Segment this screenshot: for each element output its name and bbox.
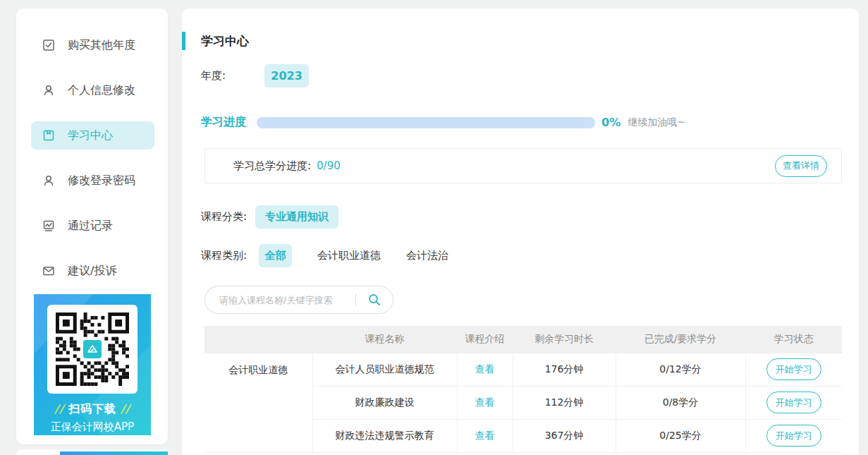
progress-bar xyxy=(257,117,595,128)
course-type-row: 课程类别: 全部 会计职业道德 会计法治 xyxy=(201,244,448,267)
progress-percent: 0% xyxy=(601,116,621,129)
progress-row: 学习进度 0% 继续加油哦~ 添加绑定 xyxy=(201,109,840,135)
start-learning-button[interactable]: 开始学习 xyxy=(766,358,821,380)
type-label: 课程类别: xyxy=(201,249,247,262)
sidebar-item-label: 购买其他年度 xyxy=(68,38,135,53)
header-category xyxy=(204,326,312,353)
header-credits: 已完成/要求学分 xyxy=(616,326,745,353)
partial-banner xyxy=(60,451,168,455)
credits-cell: 0/12学分 xyxy=(616,353,745,386)
header-course-name: 课程名称 xyxy=(312,326,457,353)
checkbox-icon xyxy=(42,39,55,51)
course-table: 课程名称 课程介绍 剩余学习时长 已完成/要求学分 学习状态 会计职业道德 会计… xyxy=(204,326,842,453)
sidebar-item-label: 通过记录 xyxy=(68,219,113,233)
course-name-cell: 财政廉政建设 xyxy=(312,386,457,419)
credits-cell: 0/25学分 xyxy=(616,419,745,452)
slash-decoration: // xyxy=(54,402,64,415)
qr-code xyxy=(47,305,137,394)
progress-hint: 继续加油哦~ xyxy=(628,116,685,129)
search-icon xyxy=(367,293,381,307)
user-icon xyxy=(42,174,55,187)
progress-label: 学习进度 xyxy=(201,115,246,130)
course-search-box xyxy=(204,286,393,314)
sidebar-item-suggestions[interactable]: 建议/投诉 xyxy=(31,257,154,285)
total-credit-progress-box: 学习总学分进度: 0/90 查看详情 xyxy=(204,148,842,183)
year-chip-2023[interactable]: 2023 xyxy=(264,64,309,87)
year-filter-row: 年度: 2023 xyxy=(201,64,309,87)
category-chip-general-knowledge[interactable]: 专业通用知识 xyxy=(255,205,338,229)
credit-value: 0/90 xyxy=(317,159,341,172)
title-accent-bar xyxy=(182,32,185,50)
sidebar-item-label: 修改登录密码 xyxy=(68,174,135,188)
category-label: 课程分类: xyxy=(201,210,247,224)
sidebar: 购买其他年度 个人信息修改 学习中心 修改登录密码 通过记录 xyxy=(16,8,168,444)
sidebar-item-label: 个人信息修改 xyxy=(68,83,135,98)
start-learning-button[interactable]: 开始学习 xyxy=(766,392,821,413)
duration-cell: 367分钟 xyxy=(513,419,616,452)
app-logo-icon xyxy=(82,339,103,360)
credit-label: 学习总学分进度: xyxy=(233,159,311,173)
record-chart-icon xyxy=(42,219,55,232)
table-row: 会计职业道德 会计人员职业道德规范 查看 176分钟 0/12学分 开始学习 xyxy=(204,353,842,386)
view-details-button[interactable]: 查看详情 xyxy=(775,155,827,177)
sidebar-menu: 购买其他年度 个人信息修改 学习中心 修改登录密码 通过记录 xyxy=(16,8,168,285)
sidebar-item-label: 学习中心 xyxy=(68,128,113,143)
next-sidebar-card-partial xyxy=(16,449,168,455)
header-course-intro: 课程介绍 xyxy=(457,326,513,353)
type-chip-all[interactable]: 全部 xyxy=(259,244,292,267)
search-input[interactable] xyxy=(219,295,355,305)
category-cell: 会计职业道德 xyxy=(204,353,312,452)
duration-cell: 176分钟 xyxy=(513,353,616,386)
sidebar-item-buy-other-years[interactable]: 购买其他年度 xyxy=(31,31,154,59)
type-option-accounting-law[interactable]: 会计法治 xyxy=(406,249,448,262)
sidebar-item-personal-info[interactable]: 个人信息修改 xyxy=(31,76,154,104)
view-course-link[interactable]: 查看 xyxy=(475,430,495,441)
course-name-cell: 会计人员职业道德规范 xyxy=(312,353,457,386)
header-status: 学习状态 xyxy=(745,326,842,353)
search-button[interactable] xyxy=(356,286,393,313)
duration-cell: 112分钟 xyxy=(513,386,616,419)
course-name-cell: 财政违法违规警示教育 xyxy=(312,419,457,452)
header-remaining-time: 剩余学习时长 xyxy=(513,326,616,353)
view-course-link[interactable]: 查看 xyxy=(475,396,495,408)
envelope-icon xyxy=(42,265,55,277)
page-title: 学习中心 xyxy=(201,33,249,49)
view-course-link[interactable]: 查看 xyxy=(475,363,495,375)
start-learning-button[interactable]: 开始学习 xyxy=(766,425,821,447)
sidebar-item-learning-center[interactable]: 学习中心 xyxy=(31,121,154,150)
sidebar-item-change-password[interactable]: 修改登录密码 xyxy=(31,166,154,195)
bookmark-square-icon xyxy=(42,129,55,142)
credits-cell: 0/8学分 xyxy=(616,386,745,419)
course-category-row: 课程分类: 专业通用知识 xyxy=(201,205,338,229)
learning-center-panel: 学习中心 年度: 2023 学习进度 0% 继续加油哦~ 添加绑定 学习总学分进… xyxy=(182,8,859,455)
app-download-banner[interactable]: //扫码下载// 正保会计网校APP xyxy=(34,294,151,435)
table-header-row: 课程名称 课程介绍 剩余学习时长 已完成/要求学分 学习状态 xyxy=(204,326,842,353)
page-header: 学习中心 xyxy=(182,31,249,51)
type-option-accounting-ethics[interactable]: 会计职业道德 xyxy=(317,249,381,262)
year-label: 年度: xyxy=(201,69,226,83)
user-icon xyxy=(42,84,55,97)
sidebar-item-pass-records[interactable]: 通过记录 xyxy=(31,212,154,240)
sidebar-item-label: 建议/投诉 xyxy=(68,264,116,279)
